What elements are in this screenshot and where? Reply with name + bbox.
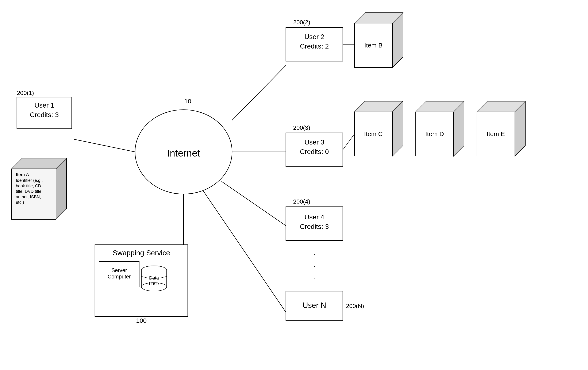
svg-text:etc.): etc.) — [16, 200, 24, 205]
svg-text:title, DVD title,: title, DVD title, — [16, 189, 43, 194]
svg-text:Swapping Service: Swapping Service — [113, 249, 170, 257]
svg-text:Credits: 3: Credits: 3 — [30, 111, 59, 118]
svg-text:User 3: User 3 — [304, 138, 324, 146]
svg-text:Computer: Computer — [108, 274, 131, 279]
svg-text:200(3): 200(3) — [293, 125, 310, 131]
svg-line-4 — [202, 190, 286, 312]
svg-text:200(N): 200(N) — [346, 303, 364, 309]
svg-text:Item E: Item E — [487, 130, 505, 137]
svg-text:User 1: User 1 — [34, 101, 54, 109]
svg-text:.: . — [313, 260, 315, 269]
svg-text:100: 100 — [136, 317, 147, 324]
svg-text:200(4): 200(4) — [293, 198, 310, 205]
svg-line-0 — [74, 139, 135, 152]
svg-text:Item B: Item B — [364, 42, 383, 49]
svg-line-48 — [343, 134, 355, 150]
svg-line-1 — [232, 65, 286, 120]
svg-text:User 4: User 4 — [304, 213, 324, 221]
svg-text:Data: Data — [149, 275, 159, 281]
svg-text:Server: Server — [111, 267, 127, 273]
svg-text:User N: User N — [303, 301, 326, 310]
svg-text:200(1): 200(1) — [17, 90, 34, 96]
diagram-svg: Internet 10 User 1 Credits: 3 200(1) Use… — [0, 0, 588, 370]
svg-text:base: base — [149, 281, 159, 286]
svg-text:.: . — [313, 248, 315, 257]
svg-line-3 — [221, 181, 286, 226]
svg-text:Credits: 2: Credits: 2 — [300, 42, 329, 50]
svg-text:book title, CD: book title, CD — [16, 183, 41, 188]
svg-text:200(2): 200(2) — [293, 19, 310, 26]
svg-text:10: 10 — [184, 98, 191, 105]
svg-text:Identifier (e.g.,: Identifier (e.g., — [16, 178, 43, 183]
svg-text:Item A: Item A — [16, 172, 29, 177]
svg-text:Item C: Item C — [364, 130, 383, 137]
svg-text:User 2: User 2 — [304, 33, 324, 41]
svg-text:Item D: Item D — [425, 130, 444, 137]
svg-text:.: . — [313, 272, 315, 280]
svg-text:Credits: 3: Credits: 3 — [300, 223, 329, 230]
svg-text:author, ISBN,: author, ISBN, — [16, 194, 41, 199]
svg-text:Credits: 0: Credits: 0 — [300, 148, 329, 156]
svg-text:Internet: Internet — [167, 148, 200, 159]
